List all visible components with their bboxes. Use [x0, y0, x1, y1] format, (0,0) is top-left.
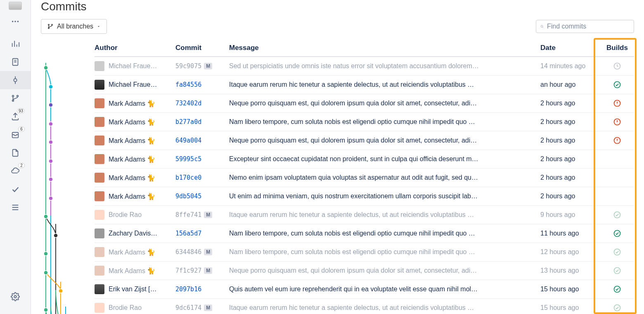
author-cell: Zachary Davis…: [95, 228, 175, 238]
svg-point-5: [12, 95, 14, 97]
build-status[interactable]: [600, 285, 634, 293]
branch-selector[interactable]: All branches: [41, 19, 107, 34]
avatar: [95, 266, 104, 276]
commit-hash[interactable]: 649a004: [175, 137, 201, 144]
svg-point-27: [49, 196, 53, 200]
commit-hash[interactable]: 9db5045: [175, 193, 201, 200]
col-builds: Builds: [600, 44, 634, 52]
commit-cell: 59995c5: [175, 155, 229, 163]
build-status[interactable]: [600, 229, 634, 238]
nav-overview[interactable]: [0, 35, 31, 53]
table-row[interactable]: Mark Adams 🐈6344846MNam libero tempore, …: [95, 243, 634, 262]
nav-source[interactable]: [0, 53, 31, 71]
commit-hash[interactable]: b170ce0: [175, 174, 201, 181]
commit-hash[interactable]: 6344846: [175, 248, 201, 256]
svg-point-21: [49, 85, 53, 89]
avatar: [95, 191, 104, 201]
commit-message: Ut enim ad minima veniam, quis nostrum e…: [229, 193, 540, 200]
toolbar: All branches: [41, 19, 634, 34]
commit-hash[interactable]: b277a0d: [175, 118, 201, 126]
chevron-down-icon: [97, 24, 101, 29]
project-avatar[interactable]: [3, 0, 28, 12]
commit-hash[interactable]: 2097b16: [175, 285, 201, 293]
svg-point-25: [49, 159, 53, 163]
avatar: [95, 284, 104, 294]
author-cell: Michael Fraue…: [95, 61, 175, 71]
file-icon: [11, 57, 20, 67]
table-row[interactable]: Mark Adams 🐈7f1c927MNeque porro quisquam…: [95, 262, 634, 280]
main-content: Commits All branches Author Commit Messa…: [31, 0, 644, 314]
commit-date: 15 hours ago: [540, 285, 600, 293]
table-row[interactable]: Michael Fraue…59c9075MSed ut perspiciati…: [95, 57, 634, 76]
author-cell: Mark Adams 🐈: [95, 247, 175, 257]
commit-message: Excepteur sint occaecat cupidatat non pr…: [229, 155, 540, 163]
table-row[interactable]: Mark Adams 🐈732402dNeque porro quisquam …: [95, 94, 634, 113]
author-cell: Michael Fraue…: [95, 80, 175, 90]
table-row[interactable]: Zachary Davis…156a5d7Nam libero tempore,…: [95, 224, 634, 243]
build-status[interactable]: [600, 81, 634, 89]
avatar: [95, 173, 104, 183]
chart-icon: [11, 39, 20, 48]
table-row[interactable]: Erik van Zijst […2097b16Quis autem vel e…: [95, 280, 634, 299]
build-status[interactable]: [600, 248, 634, 256]
build-status[interactable]: [600, 211, 634, 219]
svg-point-4: [14, 78, 17, 81]
sidebar: 93 6 2: [0, 0, 31, 314]
branch-icon: [47, 23, 54, 30]
nav-check[interactable]: [0, 180, 31, 198]
table-row[interactable]: Mark Adams 🐈b170ce0Nemo enim ipsam volup…: [95, 169, 634, 187]
commit-hash[interactable]: 59995c5: [175, 155, 201, 163]
build-status[interactable]: [600, 62, 634, 70]
svg-point-22: [49, 103, 53, 107]
commit-date: 2 hours ago: [540, 174, 600, 181]
commit-hash[interactable]: 8ffe741: [175, 211, 201, 219]
commit-hash[interactable]: 156a5d7: [175, 230, 201, 237]
build-status[interactable]: [600, 136, 634, 145]
table-row[interactable]: Brodie Rao9dc6174MItaque earum rerum hic…: [95, 299, 634, 314]
commit-hash[interactable]: 7f1c927: [175, 267, 201, 274]
commit-cell: 732402d: [175, 100, 229, 107]
table-row[interactable]: Mark Adams 🐈59995c5Excepteur sint occaec…: [95, 150, 634, 169]
author-name: Mark Adams 🐈: [109, 267, 155, 275]
branch-label: All branches: [57, 23, 93, 30]
nav-menu[interactable]: [0, 198, 31, 216]
commit-cell: b170ce0: [175, 174, 229, 181]
table-row[interactable]: Mark Adams 🐈b277a0dNam libero tempore, c…: [95, 113, 634, 131]
author-name: Brodie Rao: [109, 211, 142, 219]
nav-cloud[interactable]: 2: [0, 162, 31, 180]
author-name: Michael Fraue…: [109, 62, 157, 70]
svg-point-24: [49, 140, 53, 144]
commit-hash[interactable]: fa84556: [175, 81, 201, 88]
svg-point-20: [44, 66, 48, 70]
commit-hash[interactable]: 59c9075: [175, 62, 201, 70]
nav-page[interactable]: [0, 144, 31, 162]
commit-cell: 8ffe741M: [175, 211, 229, 219]
commit-hash[interactable]: 9dc6174: [175, 304, 201, 312]
author-name: Mark Adams 🐈: [109, 118, 155, 126]
build-status[interactable]: [600, 118, 634, 126]
commit-hash[interactable]: 732402d: [175, 100, 201, 107]
build-status[interactable]: [600, 266, 634, 275]
commit-message: Itaque earum rerum hic tenetur a sapient…: [229, 304, 540, 312]
merge-badge: M: [204, 212, 212, 218]
table-row[interactable]: Michael Fraue…fa84556Itaque earum rerum …: [95, 76, 634, 94]
nav-branches[interactable]: [0, 89, 31, 107]
author-name: Brodie Rao: [109, 304, 142, 312]
build-status[interactable]: [600, 304, 634, 312]
build-status[interactable]: [600, 99, 634, 107]
nav-pull[interactable]: 6: [0, 126, 31, 144]
search-box[interactable]: [536, 20, 634, 33]
table-row[interactable]: Mark Adams 🐈649a004Neque porro quisquam …: [95, 131, 634, 150]
author-cell: Mark Adams 🐈: [95, 266, 175, 276]
commit-message: Nam libero tempore, cum soluta nobis est…: [229, 118, 540, 126]
more-menu[interactable]: [0, 12, 31, 31]
nav-settings[interactable]: [0, 288, 31, 306]
search-input[interactable]: [547, 23, 630, 30]
commit-date: 14 minutes ago: [540, 62, 600, 70]
nav-push[interactable]: 93: [0, 107, 31, 126]
table-row[interactable]: Brodie Rao8ffe741MItaque earum rerum hic…: [95, 206, 634, 224]
table-row[interactable]: Mark Adams 🐈9db5045Ut enim ad minima ven…: [95, 187, 634, 206]
nav-commits[interactable]: [0, 71, 31, 89]
commit-date: 2 hours ago: [540, 137, 600, 144]
commit-date: 2 hours ago: [540, 100, 600, 107]
